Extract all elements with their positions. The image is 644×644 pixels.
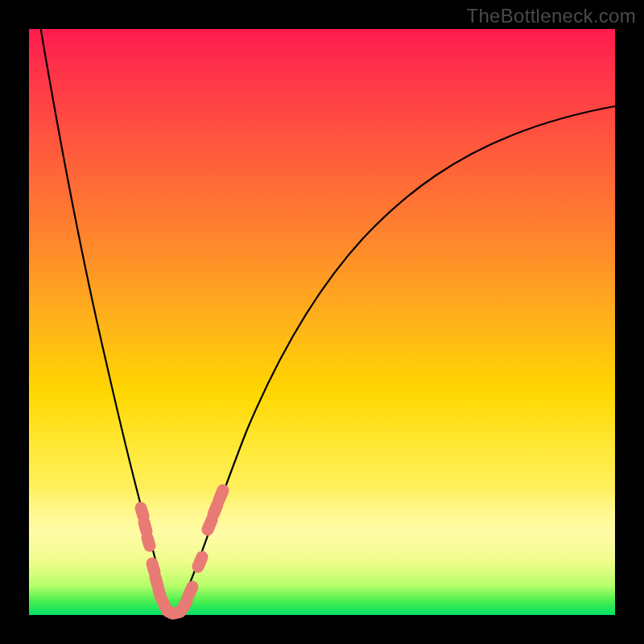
attribution-text: TheBottleneck.com	[466, 5, 636, 27]
bead	[141, 508, 143, 516]
bead	[213, 505, 217, 514]
chart-frame: TheBottleneck.com	[0, 0, 644, 644]
bead	[144, 522, 147, 531]
bead	[208, 520, 212, 530]
chart-curves	[29, 29, 615, 615]
bead	[198, 557, 202, 567]
bead	[219, 490, 223, 500]
bead	[152, 564, 155, 572]
bead	[147, 538, 150, 546]
curve-right	[173, 106, 615, 614]
bead	[188, 587, 192, 596]
curve-left	[41, 29, 173, 614]
bead	[183, 601, 187, 609]
